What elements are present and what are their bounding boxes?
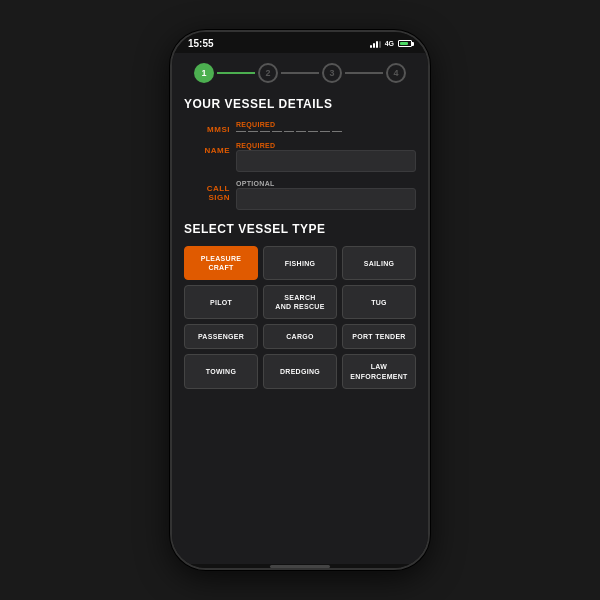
vessel-btn-search-rescue[interactable]: SEARCHAND RESCUE — [263, 285, 337, 319]
vessel-type-section: SELECT VESSEL TYPE PLEASURECRAFT FISHING… — [184, 222, 416, 389]
home-indicator — [270, 565, 330, 568]
mmsi-dashes-row — [236, 129, 416, 134]
battery-icon — [398, 40, 412, 47]
vessel-btn-pilot[interactable]: PILOT — [184, 285, 258, 319]
name-input-wrapper: REQUIRED — [236, 142, 416, 172]
name-label: NAME — [184, 142, 236, 155]
phone-frame: 15:55 4G 1 2 3 — [170, 30, 430, 570]
name-required: REQUIRED — [236, 142, 416, 149]
network-badge: 4G — [385, 40, 394, 47]
mmsi-required: REQUIRED — [236, 121, 416, 128]
vessel-btn-cargo[interactable]: CARGO — [263, 324, 337, 349]
step-3[interactable]: 3 — [322, 63, 342, 83]
step-line-2-3 — [281, 72, 319, 74]
status-bar: 15:55 4G — [172, 32, 428, 53]
vessel-btn-port-tender[interactable]: PORT TENDER — [342, 324, 416, 349]
callsign-input[interactable] — [236, 188, 416, 210]
step-indicator: 1 2 3 4 — [184, 63, 416, 83]
bottom-bar — [172, 564, 428, 568]
vessel-type-title: SELECT VESSEL TYPE — [184, 222, 416, 236]
callsign-label: CALL SIGN — [184, 180, 236, 202]
vessel-btn-tug[interactable]: TUG — [342, 285, 416, 319]
screen: 1 2 3 4 YOUR VESSEL DETAILS MMSI REQUIRE… — [172, 53, 428, 564]
step-4[interactable]: 4 — [386, 63, 406, 83]
vessel-type-grid: PLEASURECRAFT FISHING SAILING PILOT SEAR… — [184, 246, 416, 389]
signal-icon — [370, 40, 381, 48]
status-time: 15:55 — [188, 38, 214, 49]
name-input[interactable] — [236, 150, 416, 172]
vessel-btn-sailing[interactable]: SAILING — [342, 246, 416, 280]
vessel-btn-towing[interactable]: TOWING — [184, 354, 258, 388]
callsign-input-wrapper: OPTIONAL — [236, 180, 416, 210]
vessel-btn-law-enforcement[interactable]: LAWENFORCEMENT — [342, 354, 416, 388]
mmsi-field: MMSI REQUIRED — [184, 121, 416, 134]
vessel-btn-fishing[interactable]: FISHING — [263, 246, 337, 280]
vessel-btn-passenger[interactable]: PASSENGER — [184, 324, 258, 349]
vessel-details-title: YOUR VESSEL DETAILS — [184, 97, 416, 111]
step-line-1-2 — [217, 72, 255, 74]
name-field: NAME REQUIRED — [184, 142, 416, 172]
step-2[interactable]: 2 — [258, 63, 278, 83]
step-1[interactable]: 1 — [194, 63, 214, 83]
vessel-btn-dredging[interactable]: DREDGING — [263, 354, 337, 388]
mmsi-label: MMSI — [184, 121, 236, 134]
callsign-field: CALL SIGN OPTIONAL — [184, 180, 416, 210]
step-line-3-4 — [345, 72, 383, 74]
mmsi-input-wrapper: REQUIRED — [236, 121, 416, 134]
battery-fill — [400, 42, 408, 45]
callsign-optional: OPTIONAL — [236, 180, 416, 187]
status-icons: 4G — [370, 40, 412, 48]
vessel-btn-pleasure-craft[interactable]: PLEASURECRAFT — [184, 246, 258, 280]
